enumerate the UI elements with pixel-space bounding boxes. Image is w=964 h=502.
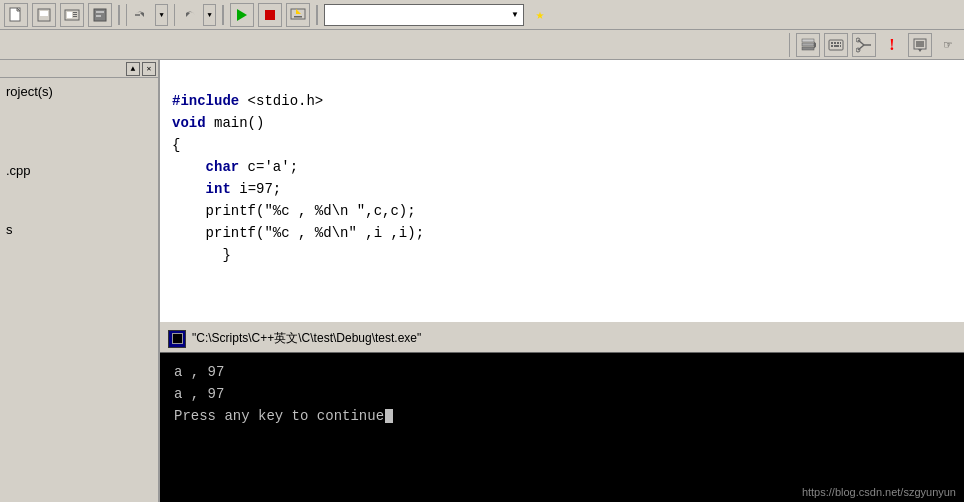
toolbar-top: ▼ ▼ ▼ [0,0,964,30]
redo-group: ▼ [174,4,216,26]
svg-rect-18 [802,43,814,46]
console-titlebar: "C:\Scripts\C++英文\C\test\Debug\test.exe" [160,325,964,353]
svg-marker-12 [237,9,247,21]
toolbar-new-btn[interactable] [4,3,28,27]
console-output-3: Press any key to continue [174,405,950,427]
panel-scroll-up[interactable]: ▲ [126,62,140,76]
svg-rect-10 [96,11,104,13]
exclaim-btn[interactable]: ! [880,33,904,57]
editor-area: #include <stdio.h> void main() { char c=… [160,60,964,502]
panel-header: ▲ ✕ [0,60,158,78]
console-output-2: a , 97 [174,383,950,405]
watermark: https://blog.csdn.net/szgyunyun [802,486,956,498]
panel-content: roject(s) .cpp s [0,78,158,243]
separator3 [316,5,318,25]
svg-rect-25 [840,42,841,44]
panel-item-projects[interactable]: roject(s) [6,82,152,101]
svg-rect-19 [802,39,814,42]
cursor [385,409,393,423]
left-panel: ▲ ✕ roject(s) .cpp s [0,60,160,502]
toolbar-btn5[interactable] [230,3,254,27]
svg-rect-13 [265,10,275,20]
toolbar-btn7[interactable] [286,3,310,27]
redo-dropdown[interactable]: ▼ [203,4,215,26]
separator2 [222,5,224,25]
console-icon [168,330,186,348]
undo-btn[interactable] [127,3,155,27]
svg-rect-28 [840,45,841,47]
hand-btn[interactable]: ☞ [936,33,960,57]
separator1 [118,5,120,25]
panel-item-cpp[interactable]: .cpp [6,161,152,180]
toolbar-btn3[interactable] [60,3,84,27]
svg-rect-6 [73,12,77,13]
svg-marker-20 [814,41,816,48]
toolbar-second: ! ☞ [0,30,964,60]
svg-rect-3 [40,11,48,16]
svg-rect-23 [834,42,836,44]
down-arrow-btn[interactable] [908,33,932,57]
svg-rect-16 [294,16,302,18]
toolbar-star-btn[interactable]: ★ [528,3,552,27]
svg-rect-26 [831,45,833,47]
svg-rect-5 [67,12,72,18]
console-body: a , 97 a , 97 Press any key to continue [160,353,964,502]
toolbar-btn2[interactable] [32,3,56,27]
panel-item-s[interactable]: s [6,220,152,239]
keyboard-btn[interactable] [824,33,848,57]
svg-rect-11 [96,15,101,17]
svg-line-29 [858,40,864,45]
console-output-1: a , 97 [174,361,950,383]
code-editor[interactable]: #include <stdio.h> void main() { char c=… [160,60,964,274]
console-title: "C:\Scripts\C++英文\C\test\Debug\test.exe" [192,330,421,347]
svg-rect-22 [831,42,833,44]
toolbar-btn4[interactable] [88,3,112,27]
toolbar-btn6[interactable] [258,3,282,27]
redo-btn[interactable] [175,3,203,27]
config-dropdown[interactable]: ▼ [324,4,524,26]
console-window: "C:\Scripts\C++英文\C\test\Debug\test.exe"… [160,322,964,502]
svg-rect-8 [73,16,77,17]
svg-line-30 [858,45,864,50]
layers-btn[interactable] [796,33,820,57]
svg-rect-17 [802,47,814,50]
second-toolbar-buttons: ! ☞ [789,33,960,57]
svg-rect-24 [837,42,839,44]
svg-rect-7 [73,14,77,15]
panel-close[interactable]: ✕ [142,62,156,76]
undo-group: ▼ [126,4,168,26]
svg-rect-27 [834,45,839,47]
svg-marker-38 [918,49,922,52]
scissors-btn[interactable] [852,33,876,57]
main-area: ▲ ✕ roject(s) .cpp s #include <stdio.h> … [0,60,964,502]
undo-dropdown[interactable]: ▼ [155,4,167,26]
